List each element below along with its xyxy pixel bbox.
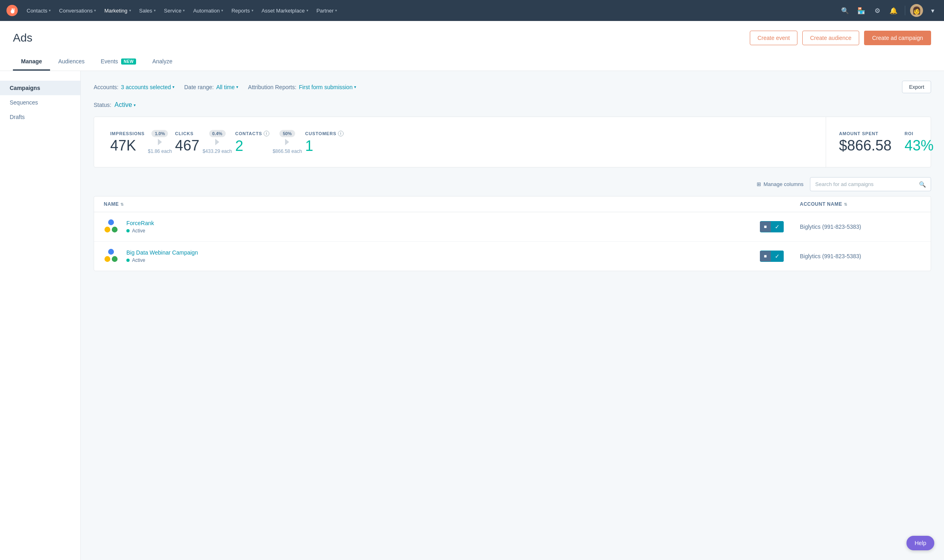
column-header-name: NAME ⇅	[104, 201, 800, 207]
amount-spent-value: $866.58	[839, 138, 892, 153]
sort-icon-account[interactable]: ⇅	[844, 202, 848, 207]
nav-divider	[905, 6, 905, 15]
chevron-down-icon: ▾	[183, 8, 185, 13]
account-chevron-icon[interactable]: ▾	[926, 4, 939, 17]
tab-events[interactable]: Events NEW	[93, 53, 145, 71]
svg-point-7	[108, 249, 114, 255]
svg-point-6	[112, 256, 117, 262]
checkmark-icon: ✓	[775, 224, 780, 230]
nav-item-automation[interactable]: Automation ▾	[189, 0, 227, 21]
notifications-icon[interactable]: 🔔	[887, 4, 900, 17]
toggle-off[interactable]: ■	[760, 221, 771, 232]
clicks-label: CLICKS	[175, 131, 194, 136]
sidebar-item-drafts[interactable]: Drafts	[0, 110, 80, 124]
chevron-down-icon: ▾	[335, 8, 337, 13]
export-button[interactable]: Export	[902, 81, 931, 93]
search-box: 🔍	[810, 177, 931, 191]
nav-item-asset-marketplace[interactable]: Asset Marketplace ▾	[258, 0, 313, 21]
status-filter: Status: Active ▾	[94, 101, 931, 109]
amount-spent-label: AMOUNT SPENT	[839, 131, 879, 136]
page-header: Ads Create event Create audience Create …	[0, 21, 944, 71]
campaign-toggle[interactable]: ■ ✓	[760, 221, 784, 232]
hubspot-logo[interactable]	[5, 3, 19, 18]
toggle-switch[interactable]: ■ ✓	[760, 221, 784, 232]
nav-item-marketing[interactable]: Marketing ▾	[100, 0, 135, 21]
campaign-status: Active	[126, 228, 760, 234]
search-icon[interactable]: 🔍	[839, 4, 852, 17]
svg-point-1	[12, 8, 13, 10]
connector3-cost: $866.58 each	[273, 148, 302, 154]
sidebar-item-campaigns[interactable]: Campaigns	[0, 81, 80, 95]
status-active-dot	[126, 229, 130, 232]
status-text: Active	[132, 257, 145, 263]
connector-clicks-contacts: 0.4% $433.29 each	[203, 130, 232, 154]
nav-item-contacts[interactable]: Contacts ▾	[23, 0, 55, 21]
connector-contacts-customers: 50% $866.58 each	[273, 130, 302, 154]
svg-point-5	[105, 256, 110, 262]
nav-item-reports[interactable]: Reports ▾	[227, 0, 258, 21]
date-range-value-button[interactable]: All time ▾	[216, 84, 238, 90]
chevron-down-icon: ▾	[306, 8, 308, 13]
customers-value: 1	[305, 139, 313, 153]
table-header: NAME ⇅ ACCOUNT NAME ⇅	[94, 196, 931, 212]
campaign-name[interactable]: ForceRank	[126, 220, 760, 226]
campaign-status: Active	[126, 257, 760, 263]
attribution-filter: Attribution Reports: First form submissi…	[248, 84, 356, 90]
header-actions: Create event Create audience Create ad c…	[750, 31, 931, 45]
table-row: ForceRank Active ■ ✓ Biglytics (991-823-…	[94, 212, 931, 242]
create-audience-button[interactable]: Create audience	[802, 31, 859, 45]
nav-item-partner[interactable]: Partner ▾	[313, 0, 342, 21]
manage-columns-button[interactable]: ⊞ Manage columns	[757, 181, 803, 187]
help-button[interactable]: Help	[906, 536, 934, 550]
checkmark-icon: ✓	[775, 253, 780, 259]
avatar[interactable]: 👩	[910, 4, 923, 17]
toggle-switch[interactable]: ■ ✓	[760, 251, 784, 262]
tab-manage[interactable]: Manage	[13, 53, 50, 71]
nav-item-sales[interactable]: Sales ▾	[135, 0, 160, 21]
campaign-account: Biglytics (991-823-5383)	[800, 253, 921, 259]
connector1-pct: 1.0%	[151, 130, 168, 137]
svg-point-3	[112, 227, 117, 232]
create-ad-campaign-button[interactable]: Create ad campaign	[864, 31, 931, 45]
campaign-logo	[104, 219, 120, 235]
nav-item-conversations[interactable]: Conversations ▾	[55, 0, 100, 21]
top-navigation: Contacts ▾ Conversations ▾ Marketing ▾ S…	[0, 0, 944, 21]
settings-icon[interactable]: ⚙	[871, 4, 884, 17]
contacts-stat: CONTACTS i 2	[235, 131, 269, 153]
stats-left: IMPRESSIONS 47K 1.0% $1.86 each CLICKS 4…	[94, 117, 826, 167]
date-range-filter: Date range: All time ▾	[184, 84, 238, 90]
status-chevron-icon: ▾	[134, 103, 136, 107]
status-value-button[interactable]: Active ▾	[115, 101, 136, 109]
attribution-chevron-icon: ▾	[354, 85, 356, 89]
marketplace-icon[interactable]: 🏪	[855, 4, 868, 17]
campaign-toggle[interactable]: ■ ✓	[760, 251, 784, 262]
status-active-dot	[126, 259, 130, 262]
chevron-down-icon: ▾	[252, 8, 254, 13]
campaign-name[interactable]: Big Data Webinar Campaign	[126, 249, 760, 256]
nav-item-service[interactable]: Service ▾	[160, 0, 189, 21]
connector2-cost: $433.29 each	[203, 148, 232, 154]
accounts-filter: Accounts: 3 accounts selected ▾	[94, 84, 174, 90]
campaigns-table: NAME ⇅ ACCOUNT NAME ⇅ F	[94, 196, 931, 271]
sidebar-item-sequences[interactable]: Sequences	[0, 95, 80, 110]
new-badge: NEW	[121, 59, 136, 65]
chevron-down-icon: ▾	[94, 8, 96, 13]
search-input[interactable]	[815, 178, 919, 191]
sort-icon-name[interactable]: ⇅	[120, 202, 124, 207]
connector1-cost: $1.86 each	[148, 148, 172, 154]
filters-bar: Accounts: 3 accounts selected ▾ Date ran…	[94, 81, 931, 93]
toggle-off[interactable]: ■	[760, 251, 771, 261]
tab-audiences[interactable]: Audiences	[50, 53, 92, 71]
status-label: Status:	[94, 102, 111, 108]
tab-analyze[interactable]: Analyze	[144, 53, 180, 71]
accounts-value-button[interactable]: 3 accounts selected ▾	[121, 84, 174, 90]
stats-right: AMOUNT SPENT $866.58 ROI 43%	[826, 117, 931, 167]
impressions-label: IMPRESSIONS	[110, 131, 145, 136]
toggle-on[interactable]: ✓	[771, 221, 784, 232]
campaign-info: Big Data Webinar Campaign Active	[126, 249, 760, 263]
toggle-on[interactable]: ✓	[771, 251, 784, 262]
attribution-label: Attribution Reports:	[248, 84, 296, 90]
create-event-button[interactable]: Create event	[750, 31, 797, 45]
attribution-value-button[interactable]: First form submission ▾	[299, 84, 356, 90]
amount-spent-stat: AMOUNT SPENT $866.58	[839, 131, 892, 153]
